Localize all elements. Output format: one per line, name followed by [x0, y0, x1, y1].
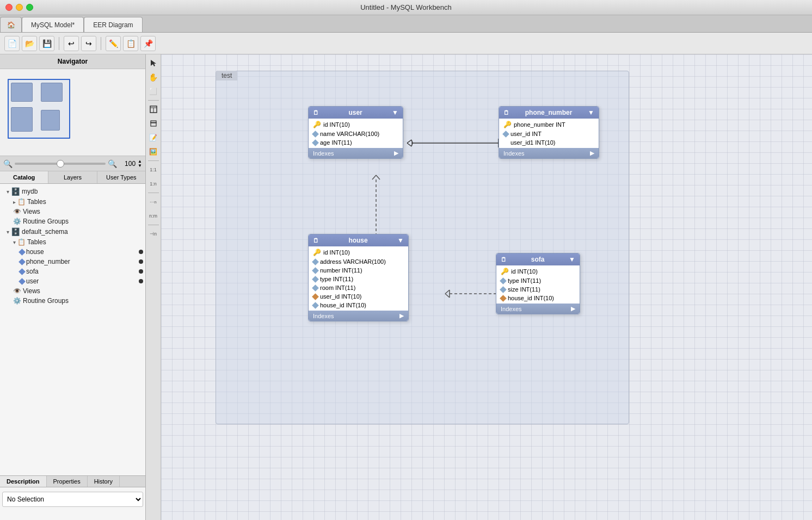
tree-item-user[interactable]: user: [0, 276, 145, 286]
field-sofa-id-text: id INT(10): [511, 268, 538, 275]
note-tool[interactable]: 📝: [147, 131, 160, 144]
phone-dot: [139, 259, 143, 264]
table-tool[interactable]: [147, 103, 160, 116]
table-user-icon: 🗒: [313, 109, 319, 116]
zoom-down-icon[interactable]: ▼: [138, 164, 142, 168]
clipboard-button[interactable]: 📋: [123, 36, 138, 51]
layer-tool[interactable]: [147, 117, 160, 130]
tab-user-types[interactable]: User Types: [97, 171, 145, 183]
key-icon-user-id: 🔑: [313, 121, 321, 128]
zoom-stepper[interactable]: ▲ ▼: [138, 159, 142, 168]
field-sofa-id: 🔑 id INT(10): [496, 267, 580, 276]
table-house-header: 🗒 house ▼: [309, 234, 408, 246]
tool-sep-3: [148, 193, 159, 193]
hand-tool[interactable]: ✋: [147, 71, 160, 84]
tab-catalog-label: Catalog: [13, 174, 35, 181]
field-house-room: room INT(11): [309, 283, 408, 292]
eraser-tool[interactable]: ⬜: [147, 85, 160, 98]
table-house[interactable]: 🗒 house ▼ 🔑 id INT(10) address VARCHAR(1…: [308, 234, 409, 321]
table-phone-arrow: ▼: [588, 109, 594, 116]
tab-layers[interactable]: Layers: [48, 171, 97, 183]
field-phone-id-text: phone_number INT: [514, 121, 565, 128]
tree-item-house[interactable]: house: [0, 247, 145, 257]
table-user-body: 🔑 id INT(10) name VARCHAR(100) age INT(1…: [309, 119, 403, 148]
tab-properties-label: Properties: [53, 478, 81, 485]
tab-description[interactable]: Description: [0, 476, 47, 487]
minimize-button[interactable]: [16, 4, 23, 11]
views-icon-2: 👁️: [13, 287, 21, 295]
table-user[interactable]: 🗒 user ▼ 🔑 id INT(10) name VARCHAR(100): [308, 106, 403, 159]
tool-sep-1: [148, 100, 159, 101]
tree-item-mydb-views[interactable]: 👁️ Views: [0, 207, 145, 216]
field-house-house-id: house_id INT(10): [309, 301, 408, 309]
tree-item-schema-routines[interactable]: ⚙️ Routine Groups: [0, 296, 145, 306]
selection-dropdown[interactable]: No Selection: [2, 492, 143, 507]
open-button[interactable]: 📂: [22, 36, 37, 51]
diamond-sofa-house-id: [500, 295, 507, 302]
table-house-indexes-arrow: ▶: [399, 312, 404, 319]
maximize-button[interactable]: [26, 4, 33, 11]
tree-item-phone-number[interactable]: phone_number: [0, 257, 145, 267]
tree-item-mydb-routines[interactable]: ⚙️ Routine Groups: [0, 216, 145, 226]
table-phone-number[interactable]: 🗒 phone_number ▼ 🔑 phone_number INT user…: [499, 106, 599, 159]
table-sofa-footer[interactable]: Indexes ▶: [496, 304, 580, 314]
tab-catalog[interactable]: Catalog: [0, 171, 48, 183]
home-icon: 🏠: [7, 21, 15, 29]
tab-mysql-model[interactable]: MySQL Model*: [22, 17, 84, 32]
table-house-footer[interactable]: Indexes ▶: [309, 311, 408, 321]
arrow-schema-tables: ▾: [13, 239, 16, 245]
tree-item-mydb[interactable]: ▾ 🗄️ mydb: [0, 186, 145, 197]
zoom-slider[interactable]: [15, 163, 106, 165]
save-icon: 💾: [42, 39, 52, 48]
table-user-footer[interactable]: Indexes ▶: [309, 148, 403, 158]
field-sofa-house-id: house_id INT(10): [496, 294, 580, 302]
left-panel: Navigator 🔍 🔍 100 ▲ ▼: [0, 54, 146, 520]
edit-button[interactable]: ✏️: [106, 36, 121, 51]
image-tool[interactable]: 🖼️: [147, 145, 160, 158]
field-user-id-text: id INT(10): [323, 121, 350, 128]
table-house-arrow: ▼: [397, 237, 404, 244]
redo-icon: ↪: [85, 39, 92, 48]
navigator-header: Navigator: [0, 54, 145, 69]
table-phone-footer[interactable]: Indexes ▶: [499, 148, 599, 158]
rel-custom[interactable]: ⊣n: [147, 227, 160, 240]
table-phone-header: 🗒 phone_number ▼: [499, 107, 599, 119]
diagram-area[interactable]: test: [161, 54, 812, 520]
tree-item-schema-tables[interactable]: ▾ 📋 Tables: [0, 237, 145, 247]
close-button[interactable]: [5, 4, 13, 11]
diamond-house-house-id: [312, 302, 319, 309]
field-house-room-text: room INT(11): [320, 284, 355, 291]
tree-container[interactable]: ▾ 🗄️ mydb ▸ 📋 Tables 👁️ Views ⚙️ Routine…: [0, 184, 145, 475]
tree-item-sofa[interactable]: sofa: [0, 267, 145, 276]
tab-home[interactable]: 🏠: [0, 17, 22, 32]
select-tool[interactable]: [147, 57, 160, 70]
layers-button[interactable]: 📌: [140, 36, 156, 51]
tab-history[interactable]: History: [88, 476, 120, 487]
zoom-in-button[interactable]: 🔍: [108, 159, 117, 168]
key-icon-house: 🔑: [313, 249, 321, 256]
field-user-age-text: age INT(11): [320, 139, 352, 146]
rel-n-m[interactable]: n:m: [147, 209, 160, 222]
rel-1-n[interactable]: 1:n: [147, 177, 160, 190]
field-user-id: 🔑 id INT(10): [309, 120, 403, 129]
schema-routines-label: Routine Groups: [23, 297, 69, 305]
tab-eer-diagram[interactable]: EER Diagram: [84, 17, 142, 32]
schema-label: test: [216, 71, 237, 81]
field-house-type: type INT(11): [309, 275, 408, 283]
save-button[interactable]: 💾: [39, 36, 54, 51]
tree-item-default-schema[interactable]: ▾ 🗄️ default_schema: [0, 226, 145, 237]
tab-properties[interactable]: Properties: [47, 476, 88, 487]
zoom-out-button[interactable]: 🔍: [3, 159, 13, 168]
table-sofa[interactable]: 🗒 sofa ▼ 🔑 id INT(10) type INT(11): [496, 253, 580, 314]
tree-item-mydb-tables[interactable]: ▸ 📋 Tables: [0, 197, 145, 207]
toolbar: 📄 📂 💾 ↩ ↪ ✏️ 📋 📌: [0, 33, 812, 54]
new-button[interactable]: 📄: [4, 36, 20, 51]
tab-eer-diagram-label: EER Diagram: [93, 21, 133, 29]
tree-item-schema-views[interactable]: 👁️ Views: [0, 286, 145, 296]
field-sofa-type: type INT(11): [496, 276, 580, 285]
redo-button[interactable]: ↪: [81, 36, 96, 51]
rel-1-1[interactable]: 1:1: [147, 163, 160, 176]
rel-dash-1-n[interactable]: ⋯n: [147, 195, 160, 208]
navigator-preview: [0, 69, 145, 156]
undo-button[interactable]: ↩: [64, 36, 79, 51]
